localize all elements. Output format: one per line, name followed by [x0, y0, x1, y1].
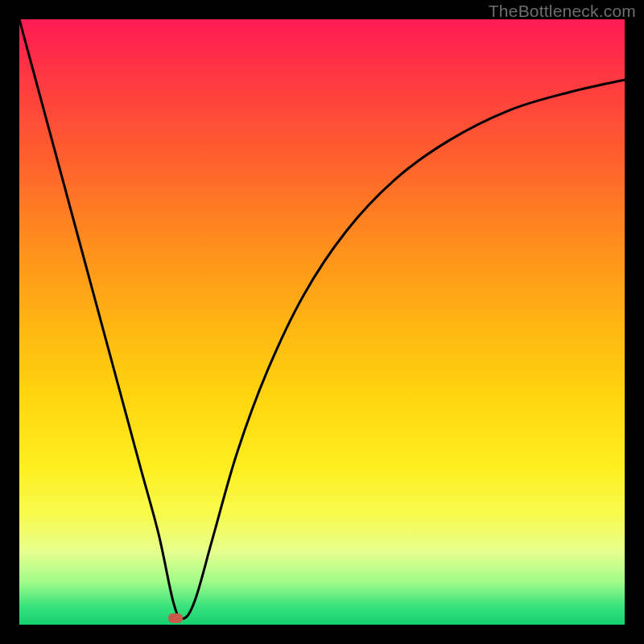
chart-frame: TheBottleneck.com — [0, 0, 644, 644]
plot-area — [19, 19, 625, 625]
minimum-marker — [168, 613, 183, 623]
curve-svg — [19, 19, 625, 625]
attribution-text: TheBottleneck.com — [489, 2, 636, 21]
bottleneck-curve — [19, 19, 625, 619]
